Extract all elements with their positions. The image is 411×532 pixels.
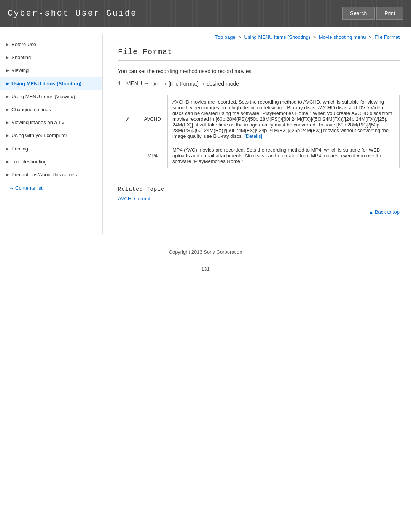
related-section: Related Topic AVCHD format	[118, 180, 400, 201]
chevron-right-icon: ▶	[6, 81, 9, 86]
avchd-description-text: AVCHD movies are recorded. Sets the reco…	[172, 99, 392, 139]
search-button[interactable]: Search	[342, 7, 375, 20]
table-row-mp4: MP4 MP4 (AVC) movies are recorded. Sets …	[118, 143, 400, 168]
mp4-label-cell: MP4	[137, 143, 168, 168]
menu-instruction: 1．MENU → ⊞1 → [File Format] → desired mo…	[118, 80, 400, 87]
chevron-right-icon: ▶	[6, 146, 9, 152]
chevron-right-icon: ▶	[6, 107, 9, 112]
page-title: File Format	[118, 48, 400, 61]
app-title: Cyber-shot User Guide	[8, 9, 137, 18]
sidebar-item-using-menu-shooting[interactable]: ▶ Using MENU items (Shooting)	[0, 77, 102, 90]
breadcrumb-separator: >	[313, 34, 317, 40]
table-row-avchd: ✓ AVCHD AVCHD movies are recorded. Sets …	[118, 95, 400, 143]
breadcrumb-top-page[interactable]: Top page	[215, 34, 236, 40]
breadcrumb-using-menu-shooting[interactable]: Using MENU items (Shooting)	[244, 34, 310, 40]
chevron-right-icon: ▶	[6, 133, 9, 138]
chevron-right-icon: ▶	[6, 172, 9, 177]
breadcrumb-separator: >	[369, 34, 373, 40]
related-title: Related Topic	[118, 186, 400, 192]
avchd-description-cell: AVCHD movies are recorded. Sets the reco…	[168, 95, 400, 143]
sidebar-item-precautions[interactable]: ▶ Precautions/About this camera	[0, 168, 102, 181]
header-buttons: Search Print	[342, 7, 403, 20]
mp4-description-cell: MP4 (AVC) movies are recorded. Sets the …	[168, 143, 400, 168]
content-table: ✓ AVCHD AVCHD movies are recorded. Sets …	[118, 95, 400, 168]
chevron-right-icon: ▶	[6, 42, 9, 47]
sidebar: ▶ Before Use ▶ Shooting ▶ Viewing ▶ Usin…	[0, 34, 103, 234]
description: You can set the recording method used to…	[118, 68, 400, 74]
chevron-right-icon: ▶	[6, 55, 9, 60]
avchd-label-cell: AVCHD	[137, 95, 168, 143]
chevron-right-icon: ▶	[6, 68, 9, 73]
sidebar-item-using-computer[interactable]: ▶ Using with your computer	[0, 129, 102, 142]
avchd-details-link[interactable]: [Details]	[244, 133, 262, 139]
sidebar-item-before-use[interactable]: ▶ Before Use	[0, 38, 102, 51]
menu-icon: ⊞1	[151, 81, 159, 87]
breadcrumb-movie-menu[interactable]: Movie shooting menu	[319, 34, 366, 40]
avchd-format-link[interactable]: AVCHD format	[118, 196, 150, 201]
breadcrumb-separator: >	[238, 34, 242, 40]
sidebar-item-printing[interactable]: ▶ Printing	[0, 142, 102, 155]
print-button[interactable]: Print	[376, 7, 403, 20]
contents-list-link[interactable]: → Contents list	[0, 181, 102, 195]
chevron-right-icon: ▶	[6, 159, 9, 165]
sidebar-item-using-menu-viewing[interactable]: ▶ Using MENU items (Viewing)	[0, 90, 102, 103]
page-container: ▶ Before Use ▶ Shooting ▶ Viewing ▶ Usin…	[0, 27, 411, 241]
back-to-top-row: ▲ Back to top	[118, 209, 400, 215]
back-to-top-link[interactable]: ▲ Back to top	[368, 209, 400, 215]
header: Cyber-shot User Guide Search Print	[0, 0, 411, 27]
sidebar-item-viewing[interactable]: ▶ Viewing	[0, 64, 102, 77]
page-number: 131	[0, 262, 411, 280]
sidebar-item-viewing-tv[interactable]: ▶ Viewing images on a TV	[0, 116, 102, 129]
menu-instruction-prefix: 1．MENU →	[118, 80, 149, 87]
sidebar-item-changing-settings[interactable]: ▶ Changing settings	[0, 103, 102, 116]
chevron-right-icon: ▶	[6, 94, 9, 99]
avchd-icon-cell: ✓	[118, 95, 137, 143]
chevron-right-icon: ▶	[6, 120, 9, 125]
menu-instruction-suffix: → [File Format] → desired mode	[162, 81, 239, 87]
arrow-right-icon: →	[9, 185, 14, 191]
sidebar-item-shooting[interactable]: ▶ Shooting	[0, 51, 102, 64]
breadcrumb: Top page > Using MENU items (Shooting) >…	[118, 34, 400, 40]
mp4-icon-cell	[118, 143, 137, 168]
checkmark-icon: ✓	[124, 115, 131, 123]
main-content: Top page > Using MENU items (Shooting) >…	[103, 34, 411, 234]
mp4-description-text: MP4 (AVC) movies are recorded. Sets the …	[172, 147, 382, 164]
sidebar-item-troubleshooting[interactable]: ▶ Troubleshooting	[0, 155, 102, 168]
breadcrumb-file-format[interactable]: File Format	[374, 34, 400, 40]
copyright: Copyright 2013 Sony Corporation	[0, 241, 411, 262]
